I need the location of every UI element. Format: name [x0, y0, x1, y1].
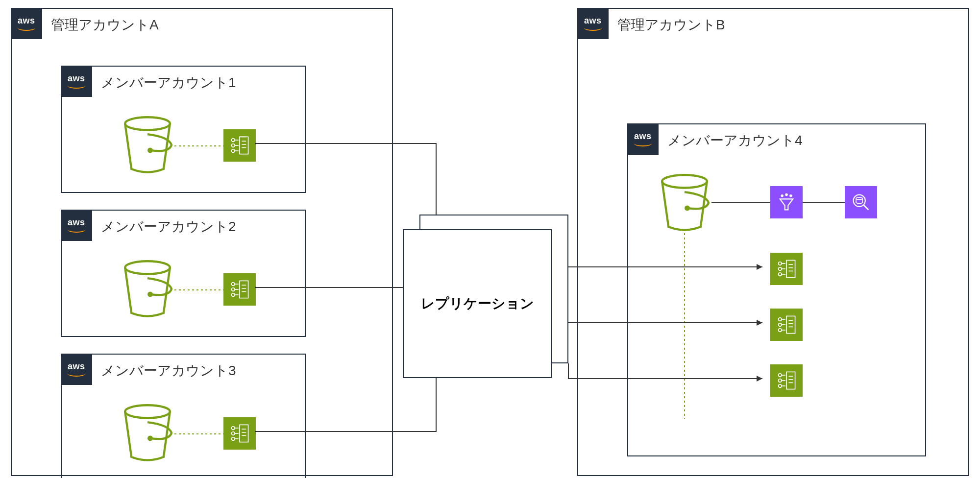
s3-bucket-icon — [121, 260, 174, 318]
cloudtrail-log-icon — [770, 253, 803, 285]
svg-rect-57 — [786, 260, 795, 277]
aws-logo-text: aws — [634, 131, 652, 147]
svg-point-1 — [147, 147, 153, 153]
aws-logo-text: aws — [68, 73, 85, 90]
member-account-2-box: aws メンバーアカウント2 — [61, 210, 306, 337]
aws-logo-badge: aws — [627, 123, 659, 155]
aws-logo-text: aws — [584, 16, 602, 32]
cloudtrail-log-icon — [223, 417, 256, 450]
svg-point-41 — [685, 205, 690, 211]
svg-point-48 — [856, 197, 862, 199]
svg-point-63 — [779, 329, 782, 332]
svg-point-72 — [779, 379, 782, 382]
svg-point-4 — [232, 144, 235, 147]
member-account-1-box: aws メンバーアカウント1 — [61, 66, 306, 193]
svg-point-47 — [854, 195, 865, 207]
member-1-title: メンバーアカウント1 — [101, 73, 236, 92]
svg-point-27 — [125, 405, 170, 418]
aws-logo-badge: aws — [61, 210, 92, 241]
member-2-title: メンバーアカウント2 — [101, 217, 236, 236]
aws-logo-badge: aws — [577, 8, 609, 39]
aws-logo-badge: aws — [11, 8, 42, 39]
aws-logo-badge: aws — [61, 66, 92, 97]
svg-point-62 — [779, 323, 782, 327]
svg-point-44 — [785, 193, 788, 196]
svg-point-53 — [779, 273, 782, 276]
glue-crawler-icon — [770, 186, 803, 218]
svg-point-43 — [781, 194, 784, 197]
member-4-title: メンバーアカウント4 — [667, 131, 803, 150]
aws-logo-badge: aws — [61, 354, 92, 385]
svg-point-3 — [232, 139, 235, 142]
aws-logo-text: aws — [68, 217, 85, 234]
svg-point-61 — [779, 318, 782, 321]
svg-point-15 — [147, 291, 153, 297]
svg-line-49 — [864, 205, 869, 210]
svg-point-52 — [779, 267, 782, 271]
svg-point-31 — [232, 432, 235, 435]
svg-point-18 — [232, 288, 235, 291]
s3-bucket-icon — [121, 116, 174, 174]
svg-point-28 — [147, 435, 153, 441]
management-a-title: 管理アカウントA — [51, 16, 159, 34]
member-account-4-box: aws メンバーアカウント4 — [627, 123, 926, 456]
svg-point-51 — [779, 262, 782, 265]
svg-point-19 — [232, 293, 235, 297]
s3-bucket-icon — [658, 173, 711, 232]
s3-bucket-icon — [121, 404, 174, 462]
svg-point-17 — [232, 283, 235, 286]
cloudtrail-log-icon — [770, 364, 803, 397]
cloudtrail-log-icon — [770, 309, 803, 341]
svg-rect-9 — [240, 137, 248, 154]
svg-point-73 — [779, 384, 782, 388]
svg-point-40 — [662, 175, 707, 188]
cloudtrail-log-icon — [223, 129, 256, 162]
aws-logo-text: aws — [18, 16, 35, 32]
architecture-diagram: aws 管理アカウントA aws メンバーアカウント1 — [0, 0, 980, 478]
svg-point-30 — [232, 427, 235, 430]
svg-rect-67 — [786, 316, 795, 333]
management-account-b-box: aws 管理アカウントB aws メンバーアカウント4 — [577, 8, 969, 476]
svg-point-45 — [789, 194, 792, 197]
svg-point-0 — [125, 117, 170, 130]
cloudtrail-log-icon — [223, 273, 256, 306]
management-account-a-box: aws 管理アカウントA aws メンバーアカウント1 — [11, 8, 393, 476]
svg-rect-36 — [240, 425, 248, 442]
svg-point-5 — [232, 149, 235, 153]
svg-rect-23 — [240, 281, 248, 298]
replication-box: レプリケーション — [403, 229, 552, 378]
member-3-title: メンバーアカウント3 — [101, 361, 236, 380]
athena-icon — [845, 186, 877, 218]
svg-point-32 — [232, 437, 235, 441]
svg-rect-77 — [786, 372, 795, 389]
aws-logo-text: aws — [68, 361, 85, 378]
svg-point-71 — [779, 374, 782, 377]
replication-label: レプリケーション — [421, 294, 534, 313]
svg-point-14 — [125, 261, 170, 274]
management-b-title: 管理アカウントB — [617, 16, 725, 34]
member-account-3-box: aws メンバーアカウント3 — [61, 354, 306, 478]
